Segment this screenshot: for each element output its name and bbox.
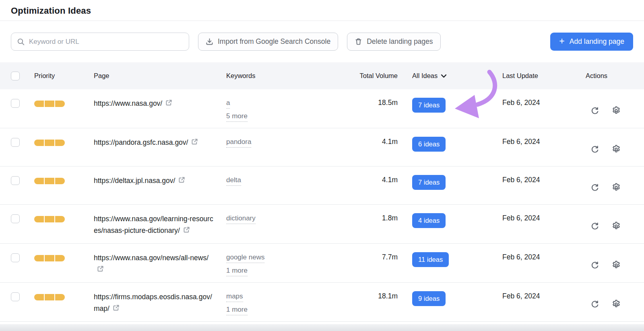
keyword-link[interactable]: 5 more xyxy=(226,112,248,122)
page-title: Optimization Ideas xyxy=(11,6,644,16)
last-update: Feb 6, 2024 xyxy=(502,137,580,160)
table-row: https://firms.modaps.eosdis.nasa.gov/map… xyxy=(0,283,644,322)
table-row: https://deltax.jpl.nasa.gov/ delta 4.1m … xyxy=(0,167,644,205)
external-link-icon[interactable] xyxy=(191,138,198,149)
add-landing-page-label: Add landing page xyxy=(570,37,624,46)
last-update: Feb 6, 2024 xyxy=(502,291,580,315)
keyword-link[interactable]: maps xyxy=(226,292,243,302)
external-link-icon[interactable] xyxy=(165,99,173,110)
row-checkbox[interactable] xyxy=(11,138,20,147)
keyword-link[interactable]: pandora xyxy=(226,138,251,148)
keywords-cell: dictionary xyxy=(226,213,334,237)
external-link-icon[interactable] xyxy=(97,265,104,276)
gear-icon xyxy=(611,221,621,231)
chevron-down-icon xyxy=(441,74,447,78)
select-all-checkbox[interactable] xyxy=(11,72,20,80)
row-checkbox[interactable] xyxy=(11,214,20,223)
row-checkbox[interactable] xyxy=(11,176,20,185)
priority-indicator xyxy=(34,255,65,261)
refresh-button[interactable] xyxy=(590,299,600,309)
page-url-link[interactable]: https://firms.modaps.eosdis.nasa.gov/map… xyxy=(94,293,212,312)
delete-landing-pages-label: Delete landing pages xyxy=(367,37,433,46)
column-header-actions: Actions xyxy=(580,72,644,80)
settings-button[interactable] xyxy=(611,106,621,115)
refresh-button[interactable] xyxy=(590,106,600,115)
priority-indicator xyxy=(34,294,65,300)
keywords-cell: delta xyxy=(226,175,334,198)
total-volume: 1.8m xyxy=(334,213,400,237)
ideas-button[interactable]: 6 ideas xyxy=(412,137,446,152)
add-landing-page-button[interactable]: + Add landing page xyxy=(550,33,633,51)
download-icon xyxy=(206,38,213,45)
import-gsc-button[interactable]: Import from Google Search Console xyxy=(198,33,338,51)
column-header-total-volume: Total Volume xyxy=(334,72,400,80)
table-row: https://www.nasa.gov/learning-resources/… xyxy=(0,205,644,244)
keyword-link[interactable]: delta xyxy=(226,176,241,186)
keyword-link[interactable]: 1 more xyxy=(226,266,248,276)
ideas-button[interactable]: 4 ideas xyxy=(412,213,446,228)
ideas-filter-dropdown[interactable]: All Ideas xyxy=(400,72,502,80)
settings-button[interactable] xyxy=(611,221,621,231)
toolbar: Import from Google Search Console Delete… xyxy=(0,21,644,62)
keywords-cell: pandora xyxy=(226,137,334,160)
search-box[interactable] xyxy=(11,33,189,51)
refresh-button[interactable] xyxy=(590,221,600,231)
total-volume: 18.1m xyxy=(334,291,400,315)
search-input[interactable] xyxy=(29,38,183,46)
total-volume: 4.1m xyxy=(334,175,400,198)
table-row: https://pandora.gsfc.nasa.gov/ pandora 4… xyxy=(0,128,644,167)
refresh-icon xyxy=(590,106,600,115)
last-update: Feb 6, 2024 xyxy=(502,98,580,122)
table-body: https://www.nasa.gov/ a5 more 18.5m 7 id… xyxy=(0,89,644,322)
keyword-link[interactable]: dictionary xyxy=(226,214,256,224)
priority-indicator xyxy=(34,178,65,184)
settings-button[interactable] xyxy=(611,260,621,270)
refresh-icon xyxy=(590,299,600,309)
page-header: Optimization Ideas xyxy=(0,0,644,21)
column-header-last-update: Last Update xyxy=(502,72,580,80)
priority-indicator xyxy=(34,140,65,146)
ideas-button[interactable]: 11 ideas xyxy=(412,252,449,267)
ideas-button[interactable]: 7 ideas xyxy=(412,98,446,113)
refresh-button[interactable] xyxy=(590,144,600,154)
column-header-keywords: Keywords xyxy=(226,72,334,80)
delete-landing-pages-button[interactable]: Delete landing pages xyxy=(347,33,440,51)
row-checkbox[interactable] xyxy=(11,253,20,262)
page-url-link[interactable]: https://www.nasa.gov/ xyxy=(94,99,162,107)
page-url-link[interactable]: https://www.nasa.gov/news/all-news/ xyxy=(94,254,208,262)
last-update: Feb 6, 2024 xyxy=(502,252,580,276)
refresh-button[interactable] xyxy=(590,260,600,270)
keyword-link[interactable]: google news xyxy=(226,253,264,263)
page-url-link[interactable]: https://pandora.gsfc.nasa.gov/ xyxy=(94,138,188,146)
priority-indicator xyxy=(34,216,65,222)
ideas-button[interactable]: 9 ideas xyxy=(412,291,446,306)
refresh-icon xyxy=(590,260,600,270)
settings-button[interactable] xyxy=(611,183,621,192)
row-checkbox[interactable] xyxy=(11,292,20,301)
priority-indicator xyxy=(34,101,65,107)
keyword-link[interactable]: a xyxy=(226,99,230,109)
settings-button[interactable] xyxy=(611,299,621,309)
column-header-page: Page xyxy=(94,72,226,80)
external-link-icon[interactable] xyxy=(178,176,186,187)
external-link-icon[interactable] xyxy=(183,226,190,237)
settings-button[interactable] xyxy=(611,144,621,154)
ideas-filter-label: All Ideas xyxy=(412,72,438,80)
page-url-link[interactable]: https://deltax.jpl.nasa.gov/ xyxy=(94,177,175,185)
ideas-button[interactable]: 7 ideas xyxy=(412,175,446,190)
trash-icon xyxy=(355,38,362,45)
external-link-icon[interactable] xyxy=(112,304,120,315)
import-gsc-label: Import from Google Search Console xyxy=(218,37,330,46)
table-row: https://www.nasa.gov/news/all-news/ goog… xyxy=(0,244,644,283)
gear-icon xyxy=(611,260,621,270)
row-checkbox[interactable] xyxy=(11,99,20,108)
last-update: Feb 6, 2024 xyxy=(502,175,580,198)
optimization-ideas-page: Optimization Ideas Import from Google Se… xyxy=(0,0,644,331)
refresh-button[interactable] xyxy=(590,183,600,192)
refresh-icon xyxy=(590,183,600,192)
column-header-priority: Priority xyxy=(34,72,94,80)
screenshot-bottom-edge xyxy=(0,324,644,331)
keyword-link[interactable]: 1 more xyxy=(226,305,248,315)
plus-icon: + xyxy=(559,37,564,46)
page-url-link[interactable]: https://www.nasa.gov/learning-resources/… xyxy=(94,215,213,234)
